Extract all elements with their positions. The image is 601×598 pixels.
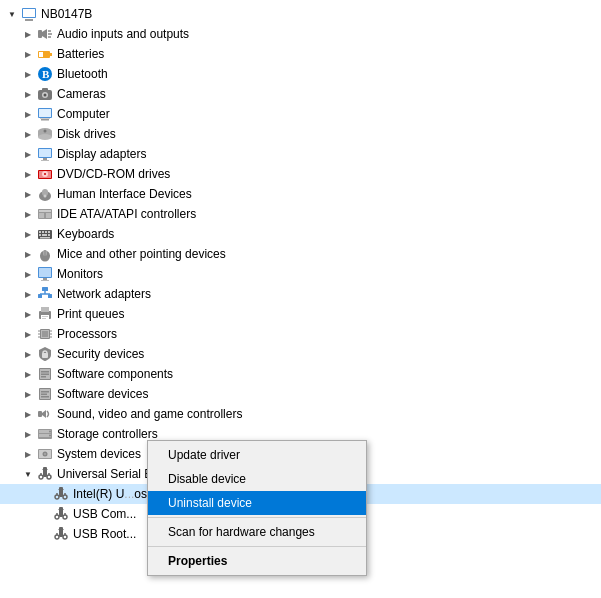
svg-rect-82 [41, 376, 46, 378]
svg-marker-100 [42, 467, 48, 470]
chevron-disk[interactable]: ▶ [20, 126, 36, 142]
tree-item-audio[interactable]: ▶Audio inputs and outputs [0, 24, 601, 44]
svg-point-114 [63, 515, 67, 519]
label-bluetooth: Bluetooth [57, 67, 108, 81]
tree-item-computer[interactable]: ▶Computer [0, 104, 601, 124]
chevron-bluetooth[interactable]: ▶ [20, 66, 36, 82]
icon-processors [36, 326, 54, 342]
chevron-nb0147b[interactable]: ▼ [4, 6, 20, 22]
tree-item-network[interactable]: ▶Network adapters [0, 284, 601, 304]
svg-rect-16 [42, 88, 48, 91]
chevron-cameras[interactable]: ▶ [20, 86, 36, 102]
svg-rect-45 [39, 234, 41, 236]
chevron-keyboards[interactable]: ▶ [20, 226, 36, 242]
context-menu-label-properties: Properties [168, 554, 227, 568]
chevron-network[interactable]: ▶ [20, 286, 36, 302]
chevron-sound[interactable]: ▶ [20, 406, 36, 422]
svg-point-35 [44, 195, 47, 198]
icon-mice [36, 246, 54, 262]
chevron-processors[interactable]: ▶ [20, 326, 36, 342]
icon-dvd [36, 166, 54, 182]
tree-item-bluetooth[interactable]: ▶BBluetooth [0, 64, 601, 84]
chevron-print[interactable]: ▶ [20, 306, 36, 322]
svg-point-15 [44, 94, 47, 97]
svg-point-23 [38, 134, 52, 140]
tree-item-security[interactable]: ▶Security devices [0, 344, 601, 364]
svg-rect-55 [41, 280, 49, 281]
tree-item-ide[interactable]: ▶IDE ATA/ATAPI controllers [0, 204, 601, 224]
icon-bluetooth: B [36, 66, 54, 82]
tree-item-mice[interactable]: ▶Mice and other pointing devices [0, 244, 601, 264]
tree-item-hid[interactable]: ▶Human Interface Devices [0, 184, 601, 204]
icon-disk [36, 126, 54, 142]
svg-rect-66 [42, 318, 46, 319]
label-monitors: Monitors [57, 267, 103, 281]
chevron-monitors[interactable]: ▶ [20, 266, 36, 282]
chevron-display[interactable]: ▶ [20, 146, 36, 162]
svg-rect-42 [42, 231, 44, 233]
chevron-usb_root[interactable] [36, 526, 52, 542]
label-nb0147b: NB0147B [41, 7, 92, 21]
label-display: Display adapters [57, 147, 146, 161]
chevron-batteries[interactable]: ▶ [20, 46, 36, 62]
tree-item-keyboards[interactable]: ▶Keyboards [0, 224, 601, 244]
chevron-usb_com[interactable] [36, 506, 52, 522]
svg-rect-28 [41, 160, 49, 161]
svg-point-113 [55, 515, 59, 519]
chevron-software_devices[interactable]: ▶ [20, 386, 36, 402]
tree-item-software_devices[interactable]: ▶Software devices [0, 384, 601, 404]
chevron-mice[interactable]: ▶ [20, 246, 36, 262]
tree-item-nb0147b[interactable]: ▼NB0147B [0, 4, 601, 24]
chevron-system_devices[interactable]: ▶ [20, 446, 36, 462]
svg-marker-4 [42, 29, 47, 39]
context-menu-item-update_driver[interactable]: Update driver [148, 443, 366, 467]
chevron-security[interactable]: ▶ [20, 346, 36, 362]
context-menu-label-disable_device: Disable device [168, 472, 246, 486]
svg-rect-3 [38, 30, 42, 38]
svg-rect-69 [42, 331, 48, 337]
tree-item-print[interactable]: ▶Print queues [0, 304, 601, 324]
chevron-usb[interactable]: ▼ [20, 466, 36, 482]
svg-point-32 [44, 173, 46, 175]
svg-marker-118 [58, 527, 64, 530]
svg-rect-53 [39, 268, 51, 277]
svg-rect-27 [43, 158, 47, 160]
separator-separator2 [148, 546, 366, 547]
chevron-software_components[interactable]: ▶ [20, 366, 36, 382]
chevron-hid[interactable]: ▶ [20, 186, 36, 202]
svg-rect-46 [42, 234, 47, 236]
chevron-ide[interactable]: ▶ [20, 206, 36, 222]
context-menu-item-uninstall_device[interactable]: Uninstall device [148, 491, 366, 515]
label-ide: IDE ATA/ATAPI controllers [57, 207, 196, 221]
tree-item-display[interactable]: ▶Display adapters [0, 144, 601, 164]
tree-item-sound[interactable]: ▶Sound, video and game controllers [0, 404, 601, 424]
tree-item-processors[interactable]: ▶Processors [0, 324, 601, 344]
tree-item-disk[interactable]: ▶Disk drives [0, 124, 601, 144]
svg-rect-41 [39, 231, 41, 233]
tree-item-monitors[interactable]: ▶Monitors [0, 264, 601, 284]
chevron-storage[interactable]: ▶ [20, 426, 36, 442]
svg-rect-56 [42, 287, 48, 291]
chevron-dvd[interactable]: ▶ [20, 166, 36, 182]
chevron-computer[interactable]: ▶ [20, 106, 36, 122]
tree-item-dvd[interactable]: ▶DVD/CD-ROM drives [0, 164, 601, 184]
label-mice: Mice and other pointing devices [57, 247, 226, 261]
context-menu-item-disable_device[interactable]: Disable device [148, 467, 366, 491]
svg-marker-106 [58, 487, 64, 490]
svg-rect-47 [48, 234, 50, 236]
label-audio: Audio inputs and outputs [57, 27, 189, 41]
chevron-intel_usb[interactable] [36, 486, 52, 502]
icon-display [36, 146, 54, 162]
label-hid: Human Interface Devices [57, 187, 192, 201]
tree-item-software_components[interactable]: ▶Software components [0, 364, 601, 384]
svg-rect-18 [39, 109, 51, 117]
chevron-audio[interactable]: ▶ [20, 26, 36, 42]
svg-rect-19 [41, 119, 49, 121]
label-usb_root: USB Root... [73, 527, 136, 541]
context-menu-item-properties[interactable]: Properties [148, 549, 366, 573]
context-menu-item-scan_hardware[interactable]: Scan for hardware changes [148, 520, 366, 544]
icon-usb_root [52, 526, 70, 542]
tree-item-batteries[interactable]: ▶Batteries [0, 44, 601, 64]
tree-item-cameras[interactable]: ▶Cameras [0, 84, 601, 104]
label-keyboards: Keyboards [57, 227, 114, 241]
